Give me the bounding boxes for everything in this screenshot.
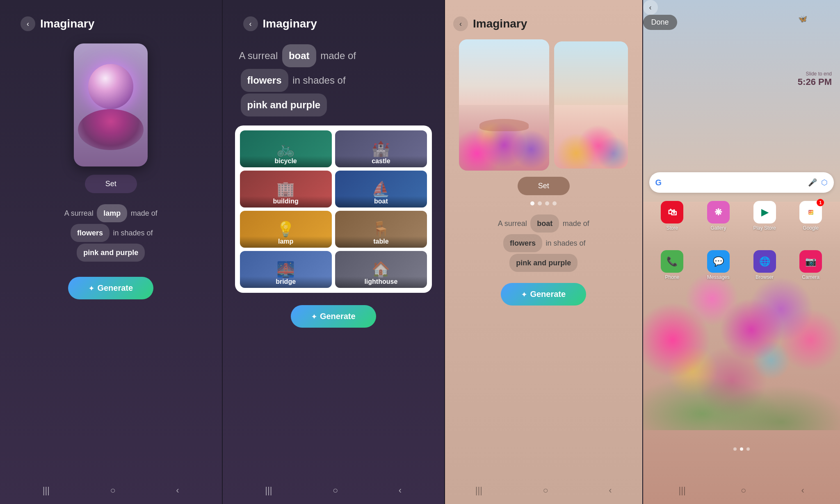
nav-home-2[interactable]: ○ xyxy=(333,485,338,496)
lamp-orb xyxy=(88,64,133,109)
nav-recent-4[interactable]: ||| xyxy=(679,485,686,496)
header-1: ‹ Imaginary xyxy=(12,0,210,39)
gallery-icon[interactable]: ❋ xyxy=(707,201,730,223)
back-button-2[interactable]: ‹ xyxy=(243,16,258,31)
nav-home-4[interactable]: ○ xyxy=(741,485,746,496)
page-dot-2 xyxy=(740,447,743,451)
subject-bridge[interactable]: 🌉 bridge xyxy=(240,251,332,288)
spark-icon-3 xyxy=(521,290,527,299)
dot-1 xyxy=(530,201,534,205)
set-button-1[interactable]: Set xyxy=(85,175,137,193)
bottom-nav-1: ||| ○ ‹ xyxy=(12,479,210,504)
prompt-3: A surreal boat made of flowers in shades… xyxy=(498,214,589,273)
nav-back-1[interactable]: ‹ xyxy=(176,485,179,496)
spark-icon-2 xyxy=(311,312,317,321)
browser-icon[interactable]: 🌐 xyxy=(753,250,776,273)
subject-table[interactable]: 🪑 table xyxy=(335,211,427,248)
nav-back-4[interactable]: ‹ xyxy=(801,485,804,496)
screen-3: ‹ Imaginary Set A surreal boat made of xyxy=(445,0,642,504)
messages-icon[interactable]: 💬 xyxy=(707,250,730,273)
page-dots xyxy=(643,447,840,451)
google-label: Google xyxy=(803,225,819,231)
subject-lamp[interactable]: 💡 lamp xyxy=(240,211,332,248)
app-playstore-wrap[interactable]: ▶ Play Store xyxy=(750,201,779,231)
app-title-2: Imaginary xyxy=(263,17,317,30)
done-button[interactable]: Done xyxy=(643,15,677,30)
subject-label-lighthouse: lighthouse xyxy=(335,276,427,288)
spark-icon-1 xyxy=(89,283,94,293)
playstore-label: Play Store xyxy=(753,225,776,231)
prompt-2: A surreal boat made of flowers in shades… xyxy=(239,43,428,117)
app-camera-wrap[interactable]: 📷 Camera xyxy=(797,250,825,280)
back-button-3[interactable]: ‹ xyxy=(453,16,468,31)
subject-castle[interactable]: 🏰 castle xyxy=(335,130,427,167)
google-search-bar[interactable]: G 🎤 ⬡ xyxy=(649,172,834,193)
phone-icon[interactable]: 📞 xyxy=(661,250,683,273)
nav-recent-1[interactable]: ||| xyxy=(43,485,50,496)
lens-search-icon[interactable]: ⬡ xyxy=(821,178,828,187)
back-button-1[interactable]: ‹ xyxy=(21,16,35,31)
screen-1: ‹ Imaginary Set A surreal lamp made of f… xyxy=(0,0,222,504)
wallpaper-preview-1 xyxy=(74,43,148,166)
page-dot-3 xyxy=(746,447,750,451)
nav-back-3[interactable]: ‹ xyxy=(609,485,612,496)
messages-label: Messages xyxy=(707,274,730,280)
app-title-3: Imaginary xyxy=(473,17,527,30)
playstore-icon[interactable]: ▶ xyxy=(753,201,776,223)
camera-icon[interactable]: 📷 xyxy=(799,250,822,273)
voice-search-icon[interactable]: 🎤 xyxy=(808,178,817,187)
camera-label: Camera xyxy=(802,274,819,280)
google-badge: 1 xyxy=(817,199,824,206)
subjects-grid: 🚲 bicycle 🏰 castle 🏢 building ⛵ boat xyxy=(235,125,432,293)
subject-label-castle: castle xyxy=(335,156,427,167)
app-messages-wrap[interactable]: 💬 Messages xyxy=(704,250,733,280)
subject-label-bicycle: bicycle xyxy=(240,156,332,167)
nav-home-3[interactable]: ○ xyxy=(543,485,548,496)
nav-home-1[interactable]: ○ xyxy=(110,485,116,496)
flower-base xyxy=(78,109,144,150)
time-display: 5:26 PM xyxy=(643,77,832,87)
app-phone-wrap[interactable]: 📞 Phone xyxy=(658,250,687,280)
set-button-3[interactable]: Set xyxy=(518,177,570,195)
generate-button-2[interactable]: Generate xyxy=(291,305,376,328)
app-store-wrap[interactable]: 🛍 Store xyxy=(658,201,687,231)
subject-boat[interactable]: ⛵ boat xyxy=(335,171,427,208)
subject-building[interactable]: 🏢 building xyxy=(240,171,332,208)
prompt-1: A surreal lamp made of flowers in shades… xyxy=(64,203,158,262)
screen-2: ‹ Imaginary A surreal boat made of flowe… xyxy=(223,0,445,504)
screen-4: ‹ 🦋 Done Slide to end 5:26 PM G 🎤 ⬡ 🛍 St… xyxy=(643,0,840,504)
app-google-wrap[interactable]: ⊞ 1 Google xyxy=(797,201,825,231)
header-3: ‹ Imaginary xyxy=(445,0,642,35)
app-row-1: 🛍 Store ❋ Gallery ▶ Play Store ⊞ 1 Googl… xyxy=(649,201,834,231)
bottom-nav-3: ||| ○ ‹ xyxy=(445,479,642,504)
generate-button-3[interactable]: Generate xyxy=(501,283,586,306)
gallery-label: Gallery xyxy=(710,225,726,231)
subject-bicycle[interactable]: 🚲 bicycle xyxy=(240,130,332,167)
google-logo: G xyxy=(655,178,662,187)
dot-2 xyxy=(538,201,542,205)
google-icon[interactable]: ⊞ 1 xyxy=(799,201,822,223)
phone-label: Phone xyxy=(665,274,679,280)
nav-recent-2[interactable]: ||| xyxy=(265,485,272,496)
app-browser-wrap[interactable]: 🌐 Browser xyxy=(750,250,779,280)
back-button-4[interactable]: ‹ xyxy=(643,0,658,15)
generate-button-1[interactable]: Generate xyxy=(68,277,153,299)
carousel-image-main xyxy=(459,39,549,171)
nav-back-2[interactable]: ‹ xyxy=(399,485,402,496)
bottom-nav-2: ||| ○ ‹ xyxy=(235,479,432,504)
subject-label-table: table xyxy=(335,236,427,248)
store-icon[interactable]: 🛍 xyxy=(661,201,683,223)
subject-label-bridge: bridge xyxy=(240,276,332,288)
screen4-header: ‹ 🦋 Done xyxy=(643,0,840,30)
subject-lighthouse[interactable]: 🏠 lighthouse xyxy=(335,251,427,288)
slide-hint: Slide to end xyxy=(643,71,832,77)
carousel-dots xyxy=(530,201,557,205)
image-carousel xyxy=(453,35,634,175)
store-label: Store xyxy=(666,225,678,231)
app-row-2: 📞 Phone 💬 Messages 🌐 Browser 📷 Camera xyxy=(649,250,834,280)
subject-label-building: building xyxy=(240,196,332,208)
subject-label-lamp: lamp xyxy=(240,236,332,248)
app-gallery-wrap[interactable]: ❋ Gallery xyxy=(704,201,733,231)
nav-recent-3[interactable]: ||| xyxy=(475,485,482,496)
butterfly-decoration: 🦋 xyxy=(798,14,807,23)
